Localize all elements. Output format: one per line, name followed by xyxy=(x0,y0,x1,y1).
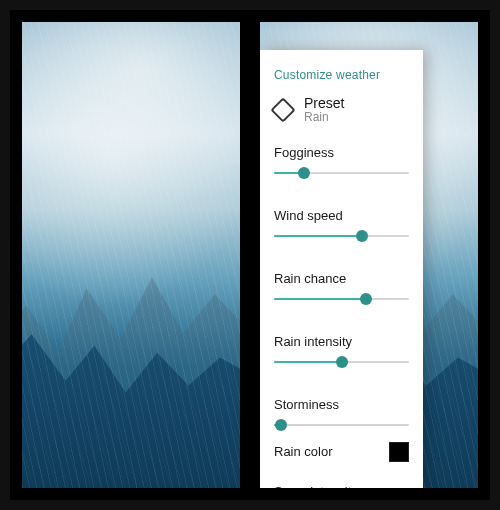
slider-thumb[interactable] xyxy=(298,167,310,179)
slider-fill xyxy=(274,298,366,300)
slider-fill xyxy=(274,361,342,363)
wind-speed-label: Wind speed xyxy=(274,208,409,223)
slider-track xyxy=(274,424,409,426)
wind-speed-slider[interactable] xyxy=(274,229,409,243)
wind-speed-control: Wind speed xyxy=(274,208,409,243)
sliders-group: Snow intensity xyxy=(274,484,409,488)
fogginess-control: Fogginess xyxy=(274,145,409,180)
rain-intensity-slider[interactable] xyxy=(274,355,409,369)
rain-intensity-label: Rain intensity xyxy=(274,334,409,349)
slider-fill xyxy=(274,235,362,237)
storminess-label: Storminess xyxy=(274,397,409,412)
preset-text: Preset Rain xyxy=(304,96,344,125)
rain-chance-label: Rain chance xyxy=(274,271,409,286)
slider-thumb[interactable] xyxy=(336,356,348,368)
rain-color-label: Rain color xyxy=(274,444,333,459)
preset-icon xyxy=(270,98,295,123)
preset-row[interactable]: Preset Rain xyxy=(274,96,409,125)
settings-panel: Customize weather Preset Rain FogginessW… xyxy=(260,50,423,488)
storminess-control: Storminess xyxy=(274,397,409,432)
slider-thumb[interactable] xyxy=(356,230,368,242)
rain-intensity-control: Rain intensity xyxy=(274,334,409,369)
storminess-slider[interactable] xyxy=(274,418,409,432)
wallpaper-preview-right: Customize weather Preset Rain FogginessW… xyxy=(260,22,478,488)
stage: Customize weather Preset Rain FogginessW… xyxy=(10,10,490,500)
slider-thumb[interactable] xyxy=(360,293,372,305)
snow-intensity-label: Snow intensity xyxy=(274,484,409,488)
sliders-group: FogginessWind speedRain chanceRain inten… xyxy=(274,145,409,432)
snow-intensity-control: Snow intensity xyxy=(274,484,409,488)
rain-overlay xyxy=(22,22,240,488)
rain-chance-control: Rain chance xyxy=(274,271,409,306)
fogginess-label: Fogginess xyxy=(274,145,409,160)
wallpaper-preview-left xyxy=(22,22,240,488)
preset-label: Preset xyxy=(304,96,344,111)
panel-title: Customize weather xyxy=(274,68,409,82)
rain-color-row[interactable]: Rain color xyxy=(274,442,409,462)
fogginess-slider[interactable] xyxy=(274,166,409,180)
preset-value: Rain xyxy=(304,111,344,124)
rain-color-swatch[interactable] xyxy=(389,442,409,462)
rain-chance-slider[interactable] xyxy=(274,292,409,306)
slider-thumb[interactable] xyxy=(275,419,287,431)
